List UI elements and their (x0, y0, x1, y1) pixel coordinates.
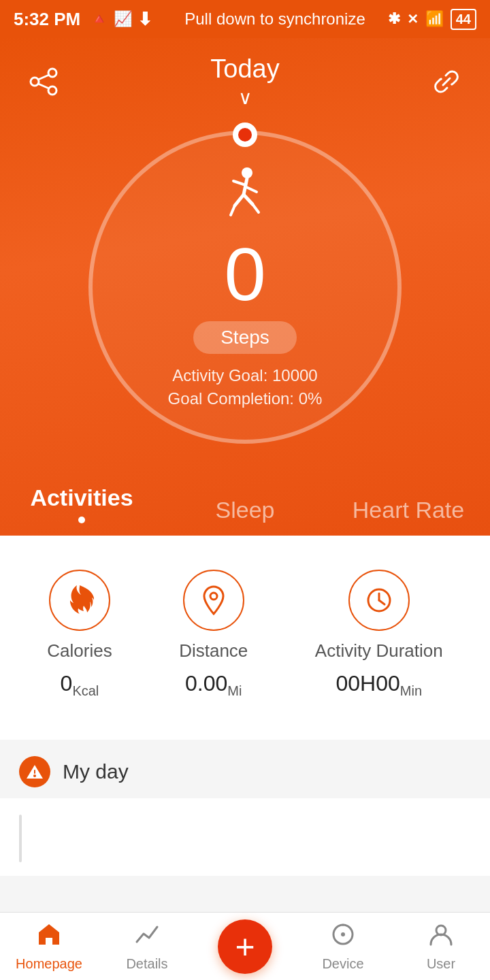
svg-point-1 (48, 69, 56, 77)
home-icon (36, 921, 62, 953)
my-day-label: My day (63, 760, 129, 783)
tab-sleep[interactable]: Sleep (163, 497, 327, 536)
svg-line-12 (252, 204, 259, 212)
steps-circle-container: 0 Steps Activity Goal: 10000 Goal Comple… (0, 117, 490, 464)
my-day-icon (19, 756, 50, 787)
battery-indicator: 44 (451, 9, 476, 30)
status-right-icons: ✱ ✕ 📶 44 (388, 9, 476, 30)
walk-icon (221, 166, 269, 231)
nav-device[interactable]: Device (294, 913, 392, 980)
close-icon: ✕ (407, 11, 419, 27)
status-time: 5:32 PM (14, 9, 80, 30)
distance-value: 0.00Mi (185, 671, 242, 699)
distance-label: Distance (179, 640, 248, 662)
nav-add-button[interactable]: + (218, 919, 272, 974)
duration-icon-circle (348, 570, 410, 631)
download-icon: ⬇ (137, 9, 152, 30)
nav-device-label: Device (322, 956, 363, 972)
nav-user-label: User (427, 956, 455, 972)
user-icon (428, 921, 454, 953)
activity-goal-text: Activity Goal: 10000 (172, 366, 317, 385)
calories-value: 0Kcal (61, 671, 99, 699)
chevron-down-icon: ∨ (238, 86, 252, 109)
svg-line-4 (38, 84, 49, 88)
svg-rect-19 (34, 770, 35, 774)
stat-calories: Calories 0Kcal (47, 570, 112, 699)
status-app-icons: 🔺 📈 ⬇ (90, 9, 152, 30)
duration-label: Activity Duration (315, 640, 443, 662)
orange-section: Today ∨ (0, 38, 490, 536)
details-icon (134, 921, 160, 953)
tab-section: Activities Sleep Heart Rate (0, 464, 490, 536)
tab-sleep-label: Sleep (216, 497, 275, 523)
wifi-icon: 📶 (425, 10, 444, 28)
circle-dot-indicator (233, 122, 257, 147)
alert-icon: 🔺 (90, 10, 108, 28)
status-bar: 5:32 PM 🔺 📈 ⬇ Pull down to synchronize ✱… (0, 0, 490, 38)
svg-point-21 (341, 932, 345, 936)
stat-distance: Distance 0.00Mi (179, 570, 248, 699)
svg-line-9 (235, 195, 244, 206)
bluetooth-icon: ✱ (388, 10, 400, 28)
tab-heart-rate-label: Heart Rate (353, 497, 464, 523)
my-day-section: My day (0, 740, 490, 798)
calories-label: Calories (47, 640, 112, 662)
nav-details-label: Details (126, 956, 167, 972)
white-section: Calories 0Kcal Distance 0.00Mi (0, 536, 490, 740)
header-title: Today (210, 54, 279, 84)
calories-icon-circle (49, 570, 110, 631)
tab-activities[interactable]: Activities (0, 485, 163, 536)
stats-row: Calories 0Kcal Distance 0.00Mi (14, 563, 476, 719)
svg-line-16 (379, 600, 385, 604)
timeline-area (0, 798, 490, 876)
device-icon (330, 921, 356, 953)
header: Today ∨ (0, 38, 490, 117)
svg-line-7 (233, 181, 246, 185)
nav-user[interactable]: User (392, 913, 490, 980)
svg-point-13 (210, 593, 217, 600)
bottom-nav: Homepage Details + Device (0, 912, 490, 980)
svg-line-8 (245, 186, 257, 192)
tab-activities-label: Activities (30, 485, 133, 510)
nav-details[interactable]: Details (98, 913, 196, 980)
share-button[interactable] (24, 63, 63, 101)
plus-icon: + (235, 930, 255, 964)
pull-down-text: Pull down to synchronize (162, 10, 387, 29)
chart-icon: 📈 (114, 10, 132, 28)
nav-homepage-label: Homepage (16, 956, 82, 972)
svg-point-0 (31, 78, 39, 86)
nav-homepage[interactable]: Homepage (0, 913, 98, 980)
goal-completion-text: Goal Completion: 0% (168, 389, 323, 408)
timeline-line (19, 815, 22, 862)
stat-duration: Activity Duration 00H00Min (315, 570, 443, 699)
svg-line-3 (38, 75, 49, 80)
svg-point-2 (48, 86, 56, 95)
svg-point-18 (33, 774, 36, 777)
tab-heart-rate[interactable]: Heart Rate (327, 497, 490, 536)
steps-label-button[interactable]: Steps (193, 321, 297, 354)
link-button[interactable] (427, 63, 466, 101)
header-title-area[interactable]: Today ∨ (210, 54, 279, 109)
distance-icon-circle (183, 570, 244, 631)
nav-add-wrapper: + (196, 919, 294, 974)
duration-value: 00H00Min (336, 671, 423, 699)
svg-line-11 (244, 195, 252, 204)
steps-circle-ring[interactable]: 0 Steps Activity Goal: 10000 Goal Comple… (88, 131, 402, 444)
steps-count: 0 (224, 237, 265, 312)
svg-line-10 (231, 206, 235, 215)
